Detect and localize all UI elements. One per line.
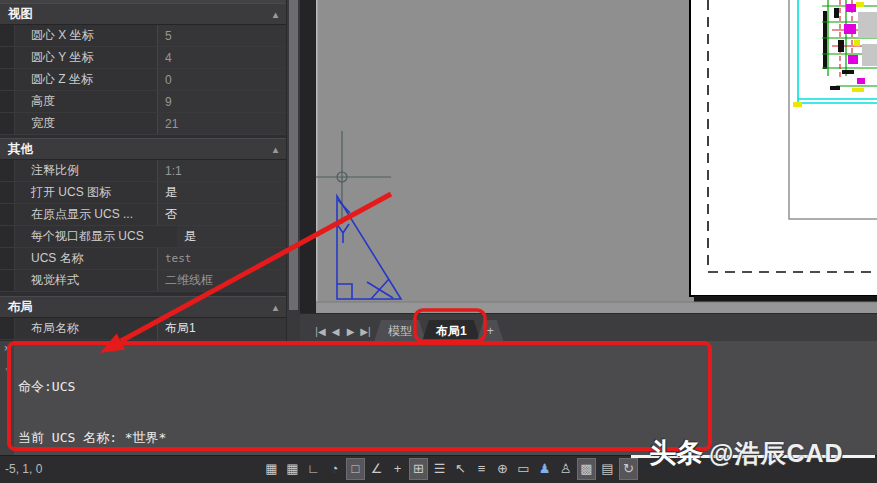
section-title: 其他 — [8, 141, 33, 158]
object-snap-3d-icon[interactable]: + — [388, 458, 407, 480]
clean-screen-icon[interactable]: ↻ — [619, 458, 638, 480]
property-row: 每个视口都显示 UCS 是 — [0, 226, 300, 248]
collaboration-user2-icon[interactable]: ♙ — [556, 458, 575, 480]
property-row: 视觉样式 二维线框 — [0, 270, 300, 292]
property-row: 高度 9 — [0, 91, 300, 113]
add-layout-tab-button[interactable]: + — [477, 320, 504, 342]
section-title: 视图 — [8, 6, 33, 23]
grid-display-icon[interactable]: ▦ — [283, 458, 302, 480]
property-row: 圆心 Z 坐标 0 — [0, 69, 300, 91]
row-indent — [0, 270, 15, 291]
section-header-view[interactable]: 视图 ▴ — [0, 3, 300, 25]
layout-tab-bar: |◀ ◀ ▶ ▶| 模型 布局1 + — [300, 313, 877, 342]
close-icon[interactable]: × — [0, 341, 14, 356]
collapse-arrow-icon[interactable]: ▴ — [273, 144, 278, 155]
property-value[interactable]: test — [157, 248, 300, 269]
property-value[interactable]: 4 — [157, 47, 300, 68]
table-cells-icon[interactable]: ▤ — [598, 458, 617, 480]
row-indent — [0, 318, 15, 339]
polar-tracking-icon[interactable]: ◔ — [325, 458, 344, 480]
row-indent — [0, 25, 15, 46]
property-label: 每个视口都显示 UCS — [15, 228, 177, 245]
command-history-line: 命令:UCS — [18, 378, 706, 395]
property-value[interactable]: 布局1 — [157, 318, 300, 339]
row-indent — [0, 69, 15, 90]
crosshair-cursor — [316, 131, 391, 224]
hatch-display-icon[interactable]: ▩ — [577, 458, 596, 480]
lineweight-display-icon[interactable]: ☰ — [430, 458, 449, 480]
section-header-layout[interactable]: 布局 ▴ — [0, 296, 300, 318]
panel-drawing-divider — [300, 0, 316, 341]
property-row: 注释比例 1:1 — [0, 160, 300, 182]
toutiao-watermark: 头条 @浩辰CAD — [643, 435, 875, 479]
property-value[interactable]: 9 — [157, 91, 300, 112]
property-value[interactable]: 二维线框 — [157, 270, 300, 291]
property-row: 打开 UCS 图标 是 — [0, 182, 300, 204]
collapse-arrow-icon[interactable]: ▴ — [273, 302, 278, 313]
property-row: 布局名称 布局1 — [0, 318, 300, 340]
command-history-line: 当前 UCS 名称: *世界* — [18, 429, 706, 446]
property-label: 圆心 Z 坐标 — [15, 71, 157, 88]
first-tab-button[interactable]: |◀ — [314, 326, 327, 337]
property-value[interactable]: 0 — [157, 69, 300, 90]
tab-model[interactable]: 模型 — [374, 320, 426, 342]
tab-layout1[interactable]: 布局1 — [422, 320, 481, 342]
watermark-prefix: 头条 — [649, 435, 703, 471]
property-label: 布局名称 — [15, 320, 157, 337]
property-label: 圆心 X 坐标 — [15, 27, 157, 44]
anchor-icon[interactable]: ▫ — [0, 362, 14, 377]
row-indent — [0, 160, 15, 181]
last-tab-button[interactable]: ▶| — [359, 326, 372, 337]
property-label: 视觉样式 — [15, 272, 157, 289]
property-value[interactable]: 是 — [157, 182, 300, 203]
selection-cycling-icon[interactable]: ↖ — [451, 458, 470, 480]
watermark-suffix: @浩辰CAD — [709, 437, 844, 470]
yellow-marker — [793, 102, 802, 107]
tab-navigation: |◀ ◀ ▶ ▶| — [300, 326, 378, 342]
property-value[interactable]: 21 — [157, 113, 300, 134]
prev-tab-button[interactable]: ◀ — [329, 326, 342, 337]
property-row: 圆心 Y 坐标 4 — [0, 47, 300, 69]
layout-drawing-area[interactable] — [316, 0, 877, 313]
dynamic-input-icon[interactable]: ⊞ — [409, 458, 428, 480]
row-indent — [0, 182, 15, 203]
property-row: 圆心 X 坐标 5 — [0, 25, 300, 47]
collapse-arrow-icon[interactable]: ▴ — [273, 9, 278, 20]
row-indent — [0, 248, 15, 269]
horizontal-scrollbar — [316, 302, 877, 313]
scrollbar-thumb[interactable] — [289, 0, 298, 310]
row-indent — [0, 47, 15, 68]
row-indent — [0, 226, 15, 247]
quick-zoom-icon[interactable]: ⊕ — [493, 458, 512, 480]
layout-canvas — [316, 0, 877, 313]
command-gutter: × ▫ — [0, 341, 14, 455]
property-row: UCS 名称 test — [0, 248, 300, 270]
property-label: 高度 — [15, 93, 157, 110]
snap-grid-icon[interactable]: ▦ — [262, 458, 281, 480]
property-value[interactable]: 5 — [157, 25, 300, 46]
property-label: 在原点显示 UCS ... — [15, 206, 157, 223]
row-indent — [0, 91, 15, 112]
angle-snap-icon[interactable]: ∠ — [367, 458, 386, 480]
property-row: 宽度 21 — [0, 113, 300, 135]
next-tab-button[interactable]: ▶ — [344, 326, 357, 337]
ortho-mode-icon[interactable]: ∟ — [304, 458, 323, 480]
palette-scrollbar[interactable] — [286, 0, 300, 341]
collaboration-user-icon[interactable]: ♟ — [535, 458, 554, 480]
object-snap-icon[interactable]: □ — [346, 458, 365, 480]
property-label: 打开 UCS 图标 — [15, 184, 157, 201]
drawing-area-edge — [316, 0, 318, 313]
property-value[interactable]: 是 — [177, 226, 300, 247]
section-title: 布局 — [8, 299, 33, 316]
property-label: UCS 名称 — [15, 250, 157, 267]
property-row: 在原点显示 UCS ... 否 — [0, 204, 300, 226]
status-toggle-icons: ▦ ▦ ∟ ◔ □ ∠ + ⊞ ☰ ↖ ≡ ⊕ ▭ ♟ ♙ ▩ ▤ ↻ — [262, 458, 638, 480]
property-value[interactable]: 否 — [157, 204, 300, 225]
property-label: 注释比例 — [15, 162, 157, 179]
section-header-other[interactable]: 其他 ▴ — [0, 138, 300, 160]
quick-properties-icon[interactable]: ▭ — [514, 458, 533, 480]
row-indent — [0, 204, 15, 225]
property-label: 宽度 — [15, 115, 157, 132]
isolate-objects-icon[interactable]: ≡ — [472, 458, 491, 480]
property-value[interactable]: 1:1 — [157, 160, 300, 181]
